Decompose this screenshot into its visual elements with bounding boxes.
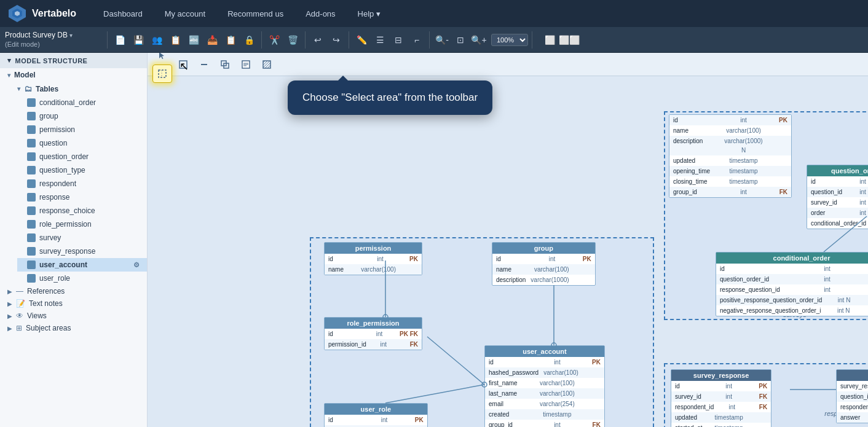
zoom-reset-btn[interactable]: ⊡ bbox=[452, 31, 469, 49]
table-icon bbox=[27, 220, 36, 229]
redo-btn[interactable]: ↪ bbox=[328, 31, 345, 49]
sidebar: ▾ MODEL STRUCTURE ▾ Model ▾ 🗂 Tables con… bbox=[0, 53, 148, 427]
references-section[interactable]: ▶ — References bbox=[0, 285, 147, 297]
permission-table-header: permission bbox=[325, 243, 422, 254]
table-response[interactable]: response bbox=[17, 190, 147, 204]
role-permission-header: role_permission bbox=[325, 318, 422, 329]
zoom-out-btn[interactable]: 🔍- bbox=[433, 31, 451, 49]
project-title: Product Survey DB ▾ (Edit mode) bbox=[5, 31, 98, 49]
ua-row-gid: group_idintFK bbox=[485, 420, 604, 427]
logo[interactable]: Vertabelo bbox=[7, 4, 76, 23]
nav-dashboard[interactable]: Dashboard bbox=[98, 7, 148, 21]
nav-my-account[interactable]: My account bbox=[160, 7, 210, 21]
s-row-id: idintPK bbox=[669, 115, 791, 125]
nav-help[interactable]: Help ▾ bbox=[353, 7, 385, 21]
qo-row-sid: survey_idintFK bbox=[807, 197, 868, 208]
table-icon bbox=[27, 152, 36, 161]
delete-btn[interactable]: 🗑️ bbox=[284, 31, 301, 49]
views-section[interactable]: ▶ 👁 Views bbox=[0, 310, 147, 322]
sr-row-id: idintPK bbox=[671, 381, 771, 391]
list-btn[interactable]: ☰ bbox=[371, 31, 389, 49]
table-icon bbox=[27, 166, 36, 174]
svg-line-25 bbox=[427, 337, 484, 385]
nav-recommend[interactable]: Recommend us bbox=[223, 7, 288, 21]
table-respondent[interactable]: respondent bbox=[17, 177, 147, 190]
separator-1 bbox=[107, 31, 108, 49]
project-dropdown[interactable]: ▾ bbox=[69, 32, 73, 39]
s-row-upd: updatedtimestamp bbox=[669, 155, 791, 166]
model-collapse[interactable]: ▾ bbox=[7, 72, 10, 79]
save-btn[interactable]: 💾 bbox=[130, 31, 147, 49]
survey-response-table: survey_response idintPK survey_idintFK r… bbox=[671, 369, 771, 427]
users-btn[interactable]: 👥 bbox=[148, 31, 165, 49]
edit-btn[interactable]: ✏️ bbox=[353, 31, 370, 49]
conditional-order-header: conditional_order bbox=[716, 253, 868, 264]
minus-btn[interactable] bbox=[194, 55, 214, 74]
co-row-id: idintPK bbox=[716, 264, 868, 274]
sql-btn[interactable]: 🔤 bbox=[185, 31, 202, 49]
zoom-select[interactable]: 100% 50% 75% 125% 150% 200% bbox=[491, 34, 528, 46]
multi-select-btn[interactable] bbox=[215, 55, 235, 74]
table-survey[interactable]: survey bbox=[17, 231, 147, 245]
select-area-btn[interactable] bbox=[152, 65, 172, 83]
nav-addons[interactable]: Add-ons bbox=[301, 7, 340, 21]
survey-response-header: survey_response bbox=[671, 370, 771, 381]
note-btn[interactable] bbox=[236, 55, 256, 74]
tables-collapse[interactable]: ▾ bbox=[17, 85, 20, 92]
table-icon bbox=[27, 179, 36, 188]
table-icon bbox=[27, 233, 36, 242]
table-conditional-order[interactable]: conditional_order bbox=[17, 96, 147, 109]
align-btn[interactable]: ⊟ bbox=[390, 31, 407, 49]
table-question-order[interactable]: question_order bbox=[17, 150, 147, 163]
table-response-choice[interactable]: response_choice bbox=[17, 204, 147, 217]
s-row-desc: descriptionvarchar(1000) N bbox=[669, 136, 791, 155]
undo-btn[interactable]: ↩ bbox=[309, 31, 326, 49]
toolbar: Product Survey DB ▾ (Edit mode) 📄 💾 👥 📋 … bbox=[0, 27, 868, 53]
collapse-icon: ▾ bbox=[7, 57, 12, 65]
view-buttons: ⬜ ⬜⬜ bbox=[541, 31, 578, 49]
table-user-account[interactable]: user_account ⚙ bbox=[17, 258, 147, 272]
rp-row-pid: permission_idintFK bbox=[325, 339, 422, 350]
ur-row-id: idintPK bbox=[325, 415, 427, 425]
table-icon bbox=[27, 193, 36, 202]
zoom-control: 100% 50% 75% 125% 150% 200% bbox=[491, 34, 528, 46]
res-row-srid: survey_response_idintPK FK bbox=[837, 381, 868, 391]
text-notes-section[interactable]: ▶ 📝 Text notes bbox=[0, 297, 147, 310]
lock-btn[interactable]: 🔒 bbox=[240, 31, 258, 49]
co-row-qoid: question_order_idintFK bbox=[716, 274, 868, 284]
table-survey-response[interactable]: survey_response bbox=[17, 245, 147, 258]
table-options-icon[interactable]: ⚙ bbox=[133, 261, 140, 269]
zoom-in-btn[interactable]: 🔍+ bbox=[470, 31, 487, 49]
response-table: response survey_response_idintPK FK ques… bbox=[836, 369, 868, 423]
pointer-btn[interactable] bbox=[152, 53, 172, 65]
new-btn[interactable]: 📄 bbox=[111, 31, 128, 49]
table-icon bbox=[27, 206, 36, 215]
ua-row-hp: hashed_passwordvarchar(100) bbox=[485, 367, 604, 378]
table-role-permission[interactable]: role_permission bbox=[17, 217, 147, 231]
subject-areas-section[interactable]: ▶ ⊞ Subject areas bbox=[0, 322, 147, 334]
table-question[interactable]: question bbox=[17, 136, 147, 150]
qo-row-order: orderint bbox=[807, 208, 868, 218]
table-icon bbox=[27, 125, 36, 134]
ua-row-fn: first_namevarchar(100) bbox=[485, 378, 604, 388]
cursor: ↖ bbox=[180, 60, 189, 73]
canvas[interactable]: (2) Select area ↖ bbox=[148, 53, 868, 427]
sr-row-upd: updatedtimestamp bbox=[671, 412, 771, 423]
table-question-type[interactable]: question_type bbox=[17, 163, 147, 177]
svg-rect-4 bbox=[159, 70, 166, 77]
response-header: response bbox=[837, 370, 868, 381]
corner-btn[interactable]: ⌐ bbox=[408, 31, 425, 49]
split-view-btn[interactable]: ⬜⬜ bbox=[561, 31, 578, 49]
rp-row-id: idintPK FK bbox=[325, 329, 422, 339]
table-user-role[interactable]: user_role bbox=[17, 272, 147, 285]
cut-btn[interactable]: ✂️ bbox=[266, 31, 283, 49]
import-btn[interactable]: 📥 bbox=[203, 31, 221, 49]
qo-row-id: idintPK bbox=[807, 176, 868, 187]
publish-btn[interactable]: 📋 bbox=[167, 31, 184, 49]
table-group[interactable]: group bbox=[17, 109, 147, 123]
hatch-btn[interactable] bbox=[257, 55, 277, 74]
single-view-btn[interactable]: ⬜ bbox=[541, 31, 558, 49]
table-icon bbox=[27, 139, 36, 147]
table-permission[interactable]: permission bbox=[17, 123, 147, 136]
copy-btn[interactable]: 📋 bbox=[222, 31, 239, 49]
